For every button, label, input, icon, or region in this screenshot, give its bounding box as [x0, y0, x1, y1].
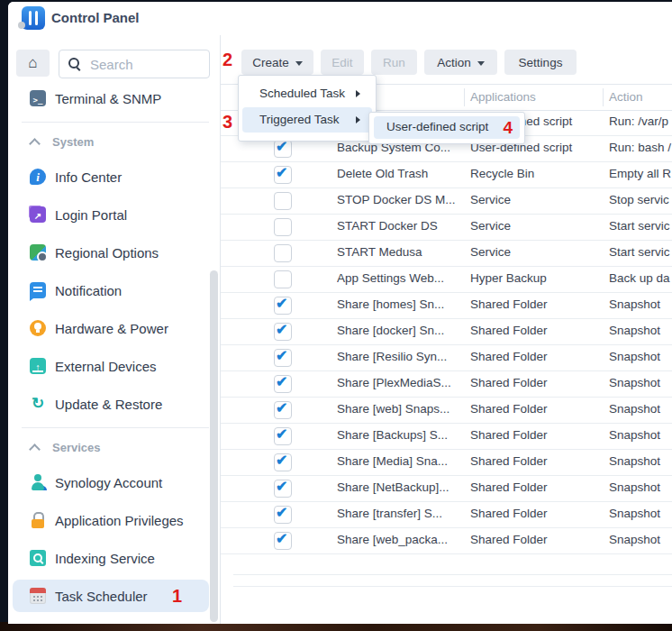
- submenu-arrow-icon: [356, 90, 364, 97]
- table-row[interactable]: Share [web] Snaps...Shared FolderSnapsho…: [221, 397, 672, 424]
- column-header-action[interactable]: Action: [609, 90, 643, 104]
- application-cell: Shared Folder: [470, 402, 602, 416]
- sidebar-item-external-devices[interactable]: External Devices: [13, 354, 209, 378]
- application-cell: Shared Folder: [470, 350, 602, 363]
- button-label: Create: [252, 56, 289, 69]
- sidebar-item-hardware-power[interactable]: Hardware & Power: [13, 316, 209, 340]
- menu-item-scheduled-task[interactable]: Scheduled Task: [242, 81, 372, 106]
- indexing-service-icon: [30, 550, 46, 566]
- edit-button[interactable]: Edit: [321, 50, 364, 75]
- settings-button[interactable]: Settings: [504, 50, 577, 75]
- task-name-cell: Share [web_packa...: [337, 533, 463, 546]
- sidebar-item-update-restore[interactable]: Update & Restore: [13, 392, 209, 416]
- button-label: Settings: [519, 56, 563, 69]
- sidebar-item-indexing-service[interactable]: Indexing Service: [13, 546, 209, 570]
- sidebar-item-regional-options[interactable]: Regional Options: [13, 241, 209, 264]
- sidebar-item-label: Update & Restore: [55, 396, 162, 413]
- sidebar-item-label: Application Privileges: [55, 512, 184, 529]
- sidebar-item-label: Notification: [55, 282, 122, 299]
- column-header-applications[interactable]: Applications: [470, 90, 536, 104]
- sidebar-divider: [22, 427, 209, 428]
- table-row[interactable]: Share [Media] Sna...Shared FolderSnapsho…: [221, 449, 672, 476]
- checkbox-checked[interactable]: [274, 140, 292, 158]
- table-row[interactable]: Share [Resilio Syn...Shared FolderSnapsh…: [221, 344, 672, 371]
- notification-icon: [30, 282, 46, 298]
- task-name-cell: Share [NetBackup]...: [337, 480, 463, 494]
- checkbox-checked[interactable]: [274, 349, 292, 367]
- hardware-power-icon: [30, 320, 46, 336]
- sidebar-item-synology-account[interactable]: Synology Account: [13, 471, 209, 494]
- table-row[interactable]: START Docker DSServiceStart servic: [221, 214, 672, 241]
- checkbox-checked[interactable]: [274, 297, 292, 315]
- application-cell: Service: [470, 245, 602, 259]
- task-name-cell: Share [homes] Sn...: [337, 297, 463, 311]
- task-name-cell: Delete Old Trash: [337, 167, 463, 180]
- column-divider: [603, 88, 604, 106]
- sidebar-item-application-privileges[interactable]: Application Privileges: [13, 508, 209, 532]
- checkbox-unchecked[interactable]: [274, 218, 292, 236]
- checkbox-checked[interactable]: [274, 480, 292, 498]
- task-name-cell: Share [Media] Sna...: [337, 454, 463, 468]
- checkbox-checked[interactable]: [274, 166, 292, 184]
- action-cell: Snapshot: [609, 480, 672, 494]
- checkbox-checked[interactable]: [274, 453, 292, 471]
- action-button[interactable]: Action: [424, 50, 497, 75]
- sidebar-item-notification[interactable]: Notification: [13, 279, 209, 302]
- sidebar-section-services[interactable]: Services: [8, 440, 211, 458]
- application-cell: Service: [470, 193, 602, 206]
- table-row[interactable]: Share [homes] Sn...Shared FolderSnapshot: [221, 292, 672, 319]
- checkbox-checked[interactable]: [274, 532, 292, 550]
- submenu-item-user-defined-script[interactable]: User-defined script4: [374, 116, 520, 139]
- sidebar-item-label: Hardware & Power: [55, 320, 168, 337]
- table-row[interactable]: Share [NetBackup]...Shared FolderSnapsho…: [221, 475, 672, 502]
- application-cell: Hyper Backup: [470, 271, 602, 285]
- checkbox-checked[interactable]: [274, 401, 292, 419]
- table-row[interactable]: Share [transfer] S...Shared FolderSnapsh…: [221, 501, 672, 528]
- table-row[interactable]: Share [PlexMediaS...Shared FolderSnapsho…: [221, 370, 672, 398]
- checkbox-checked[interactable]: [274, 427, 292, 445]
- checkbox-checked[interactable]: [274, 506, 292, 524]
- sidebar-scrollbar[interactable]: [210, 270, 218, 622]
- create-button[interactable]: Create: [241, 50, 313, 75]
- sidebar-item-login-portal[interactable]: Login Portal: [13, 203, 209, 226]
- action-cell: Start servic: [609, 219, 672, 233]
- annotation-1: 1: [172, 586, 182, 606]
- update-restore-icon: [30, 396, 46, 412]
- checkbox-checked[interactable]: [274, 323, 292, 341]
- sidebar-item-task-scheduler[interactable]: Task Scheduler1: [13, 580, 209, 612]
- table-row[interactable]: Delete Old TrashRecycle BinEmpty all R: [221, 161, 672, 188]
- title-bar: Control Panel: [8, 2, 672, 36]
- home-icon: ⌂: [28, 54, 37, 71]
- sidebar-item-label: Regional Options: [55, 244, 159, 261]
- submenu-arrow-icon: [356, 116, 364, 123]
- checkbox-unchecked[interactable]: [274, 244, 292, 262]
- table-row[interactable]: Share [Backups] S...Shared FolderSnapsho…: [221, 423, 672, 450]
- menu-item-triggered-task[interactable]: Triggered Task: [242, 107, 372, 133]
- task-name-cell: Share [transfer] S...: [337, 507, 463, 520]
- sidebar-section-system[interactable]: System: [8, 134, 211, 152]
- application-cell: Shared Folder: [470, 297, 602, 311]
- action-cell: Run: /var/p: [609, 114, 672, 128]
- table-row[interactable]: Share [web_packa...Shared FolderSnapshot: [221, 527, 672, 554]
- application-cell: Recycle Bin: [470, 167, 602, 180]
- table-row[interactable]: App Settings Web...Hyper BackupBack up d…: [221, 266, 672, 293]
- sidebar-item-label: Synology Account: [55, 474, 162, 491]
- run-button[interactable]: Run: [371, 50, 417, 75]
- empty-row-divider: [233, 586, 672, 587]
- task-scheduler-icon: [30, 588, 46, 604]
- table-row[interactable]: Share [docker] Sn...Shared FolderSnapsho…: [221, 318, 672, 345]
- home-button[interactable]: ⌂: [16, 50, 50, 77]
- sidebar-item-label: External Devices: [55, 358, 157, 375]
- table-row[interactable]: START MedusaServiceStart servic: [221, 240, 672, 267]
- action-cell: Start servic: [609, 245, 672, 259]
- sidebar-item-terminal-snmp[interactable]: Terminal & SNMP: [13, 87, 209, 110]
- table-row[interactable]: STOP Docker DS M...ServiceStop servic: [221, 187, 672, 215]
- checkbox-checked[interactable]: [274, 375, 292, 393]
- checkbox-unchecked[interactable]: [274, 270, 292, 288]
- search-input[interactable]: [88, 52, 205, 76]
- login-portal-icon: [30, 206, 46, 223]
- icon-knob: [18, 22, 25, 29]
- sidebar-section-label: System: [52, 135, 94, 149]
- checkbox-unchecked[interactable]: [274, 192, 292, 210]
- sidebar-item-info-center[interactable]: Info Center: [13, 165, 209, 188]
